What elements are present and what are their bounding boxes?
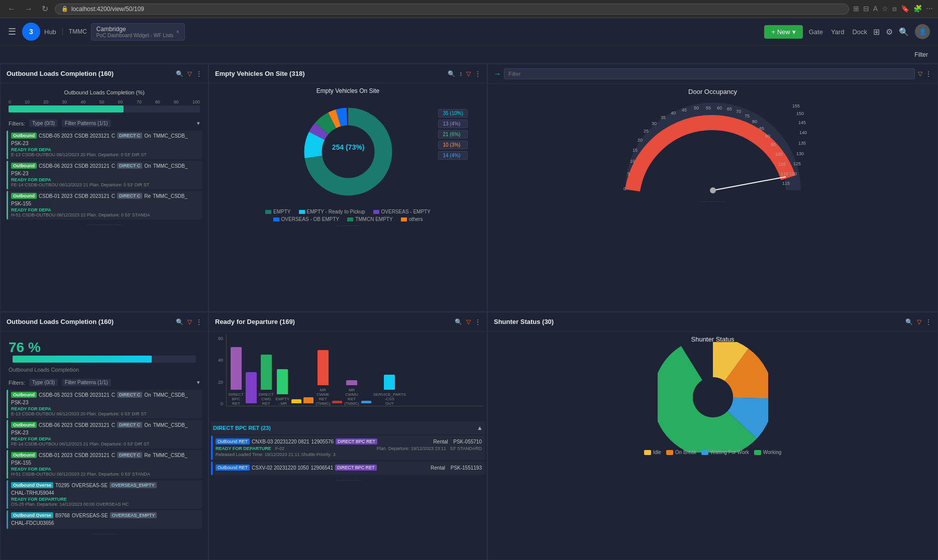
card-tag: C: [112, 133, 115, 139]
svg-text:90: 90: [765, 134, 770, 139]
more-options-icon-door[interactable]: ⋮: [925, 70, 931, 77]
search-icon[interactable]: 🔍: [176, 318, 183, 325]
filter-icon[interactable]: ▽: [187, 318, 192, 325]
scroll-indicator: ⋯⋯⋯⋯⋯⋯⋯: [5, 221, 204, 229]
outbound-badge: Outbound: [11, 193, 37, 199]
chevron-down-icon[interactable]: ▾: [197, 379, 200, 386]
dep-code-2: 12906541: [310, 465, 333, 471]
settings-icon[interactable]: ⚙: [886, 27, 893, 37]
dep-status: READY FOR DEPARTURE: [216, 446, 271, 451]
profile-icon[interactable]: ⊟: [863, 5, 869, 13]
card-ref: TMMC_CSDB_: [153, 193, 187, 199]
extensions-icon[interactable]: ⊞: [853, 5, 859, 13]
widget-departure: Ready for Departure (169) 🔍 ▽ ⋮ 0 20 40 …: [209, 312, 487, 560]
bar-direct-bpc-1: DIRECTBPCRET: [229, 347, 244, 406]
yard-link[interactable]: Yard: [831, 28, 845, 36]
dock-link[interactable]: Dock: [852, 28, 867, 36]
legend-rtp-label: EMPTY - Ready to Pickup: [307, 209, 365, 214]
pct-bar: [13, 356, 196, 363]
filter-icon[interactable]: ▽: [466, 70, 471, 77]
star-icon[interactable]: ☆: [882, 5, 888, 13]
refresh-button[interactable]: ↻: [39, 3, 51, 15]
grid-icon[interactable]: ⊞: [873, 27, 880, 37]
forward-button[interactable]: →: [22, 4, 35, 15]
filter-input-container[interactable]: [504, 68, 915, 79]
bars-container: DIRECTBPCRET DIRECTCWDRET EMPTY- MR: [226, 333, 483, 406]
split-icon[interactable]: ⧈: [892, 5, 897, 13]
search-icon[interactable]: 🔍: [905, 318, 913, 325]
outbound-badge: Outbound: [11, 392, 37, 398]
card-on: On: [144, 133, 151, 139]
filters-row-bottom: Filters: Type (0/3) Filter Patterns (1/1…: [5, 377, 204, 388]
dep-std: 53' STANDARD: [450, 446, 482, 451]
svg-text:40: 40: [671, 110, 676, 116]
more-options-icon[interactable]: ⋮: [196, 318, 202, 325]
back-button[interactable]: ←: [5, 4, 18, 15]
card-top: Outbound CSDB-05 2023 CSDB 2023121 C DIR…: [11, 133, 199, 146]
collapse-icon[interactable]: ▲: [477, 424, 483, 431]
card-status: READY FOR DEPA: [11, 207, 199, 212]
filter-icon[interactable]: ▽: [917, 318, 921, 325]
load-card: Outbound CSDB-06 2023 CSDB 2023121 C DIR…: [7, 161, 202, 189]
waiting-color: [701, 450, 708, 455]
widget-content-shunter: Shunter Status: [488, 331, 937, 559]
tab-close-button[interactable]: ×: [176, 29, 179, 35]
svg-text:140: 140: [799, 130, 807, 135]
bar-mr-cwmu: MRCWMURET(TMMC): [344, 380, 359, 406]
bookmark-icon[interactable]: 🔖: [901, 5, 909, 13]
gate-link[interactable]: Gate: [809, 28, 823, 36]
filter-icon[interactable]: ▽: [187, 70, 192, 77]
widget-outbound-top: Outbound Loads Completion (160) 🔍 ▽ ⋮ Ou…: [0, 64, 209, 312]
svg-text:105: 105: [778, 162, 786, 167]
more-options-icon[interactable]: ⋮: [475, 318, 481, 325]
filter-icon[interactable]: ▽: [466, 318, 471, 325]
svg-text:25: 25: [644, 129, 649, 134]
extension-icon[interactable]: 🧩: [913, 5, 922, 13]
tab-cambridge[interactable]: Cambridge PoC Dashboard Widget - WF List…: [91, 23, 185, 41]
tab-subtitle: PoC Dashboard Widget - WF Lists: [96, 33, 173, 38]
departure-group-header[interactable]: DIRECT BPC RET (23) ▲: [211, 421, 485, 434]
card-top: Outbound CSDB-01 2023 CSDB 2023121 C DIR…: [11, 193, 199, 206]
search-icon[interactable]: 🔍: [448, 70, 455, 77]
search-icon[interactable]: 🔍: [176, 70, 183, 77]
card-code: CSDB 2023121: [74, 193, 110, 199]
search-icon[interactable]: 🔍: [899, 27, 909, 37]
pct-label: Outbound Loads Completion: [9, 367, 200, 373]
ev-legend: EMPTY EMPTY - Ready to Pickup OVERSEAS -…: [213, 209, 483, 214]
pct-bar-fill: [13, 356, 152, 363]
bar-direct-cwd: DIRECTCWDRET: [259, 355, 274, 406]
font-icon[interactable]: A: [873, 5, 878, 13]
legend-empty: EMPTY: [265, 209, 290, 214]
chevron-down-icon[interactable]: ▾: [197, 120, 200, 127]
dep-card-top: Outbound RET CNXB-03 20231220 0821 12905…: [216, 438, 482, 444]
pattern-filter-tag[interactable]: Filter Patterns (1/1): [62, 379, 111, 386]
url-bar[interactable]: 🔒 localhost:4200/view/50/109: [55, 4, 849, 15]
bar-mr-cwme: MRCWMERET(TMMC): [316, 350, 330, 406]
widget-content-outbound-top: Outbound Loads Completion (%) 0102030405…: [1, 83, 208, 311]
more-icon[interactable]: ⋯: [926, 5, 933, 13]
bar-chart: 0 20 40 60 DIRECTBPCRET: [211, 333, 485, 421]
pattern-filter-tag[interactable]: Filter Patterns (1/1): [62, 120, 111, 127]
filter-input[interactable]: [508, 71, 910, 77]
ev-legend-2: OVERSEAS - OB EMPTY TMMCN EMPTY others: [213, 216, 483, 222]
svg-point-41: [710, 187, 716, 193]
type-filter-tag[interactable]: Type (0/3): [29, 120, 58, 127]
more-options-icon[interactable]: ⋮: [925, 318, 931, 325]
more-options-icon[interactable]: ⋮: [196, 70, 202, 77]
scroll-indicator-bottom: ⋯⋯⋯⋯⋯: [5, 530, 204, 538]
sort-icon[interactable]: ↕: [459, 70, 462, 77]
legend-others-label: others: [409, 216, 423, 222]
more-options-icon[interactable]: ⋮: [475, 70, 481, 77]
widget-title-outbound-bottom: Outbound Loads Completion (160): [7, 318, 176, 325]
svg-text:50: 50: [694, 105, 699, 110]
new-button[interactable]: + New ▾: [764, 25, 802, 39]
filter-funnel-icon[interactable]: ▽: [918, 70, 922, 77]
hamburger-menu[interactable]: ☰: [8, 26, 16, 37]
search-icon[interactable]: 🔍: [455, 318, 462, 325]
bar-empty-mr: EMPTY- MR: [276, 369, 290, 406]
avatar[interactable]: 👤: [915, 24, 930, 39]
type-filter-tag[interactable]: Type (0/3): [29, 379, 58, 386]
scroll-indicator-door: ⋯⋯⋯⋯⋯: [492, 198, 933, 205]
widget-title-outbound-top: Outbound Loads Completion (160): [7, 70, 176, 77]
dep-status-row: READY FOR DEPARTURE F-02 Plan. Departure…: [216, 446, 482, 451]
